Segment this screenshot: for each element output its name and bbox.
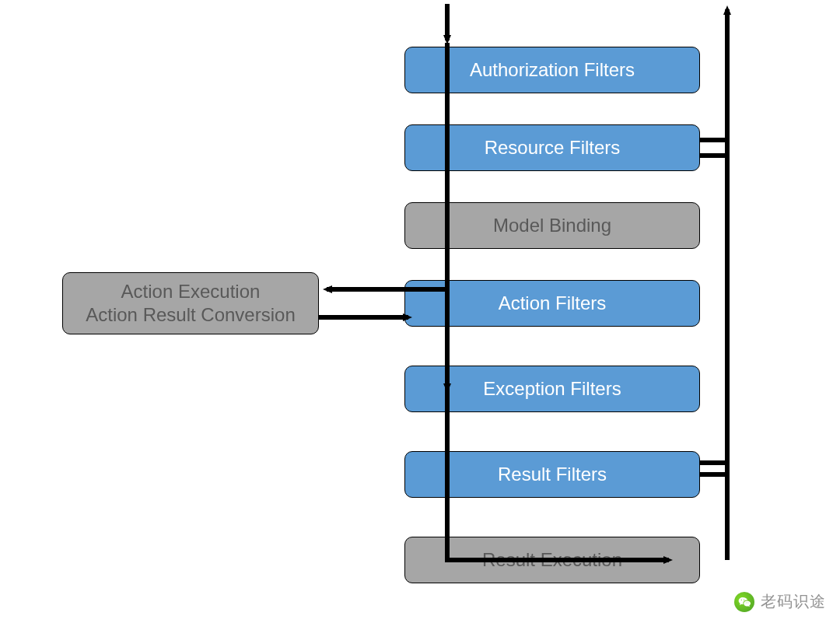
watermark-text: 老码识途 (761, 591, 826, 612)
result-execution-label: Result Execution (482, 549, 622, 571)
authorization-filters-box: Authorization Filters (404, 47, 700, 93)
action-execution-line1: Action Execution (121, 280, 261, 303)
action-filters-box: Action Filters (404, 280, 700, 327)
action-execution-box: Action Execution Action Result Conversio… (62, 272, 319, 334)
result-filters-box: Result Filters (404, 451, 700, 498)
model-binding-label: Model Binding (493, 215, 611, 236)
action-execution-line2: Action Result Conversion (86, 303, 295, 327)
wechat-icon (734, 592, 754, 612)
result-filters-label: Result Filters (498, 464, 607, 485)
watermark: 老码识途 (734, 591, 826, 612)
authorization-filters-label: Authorization Filters (470, 59, 635, 81)
result-execution-box: Result Execution (404, 537, 700, 583)
exception-filters-box: Exception Filters (404, 366, 700, 412)
model-binding-box: Model Binding (404, 202, 700, 249)
resource-filters-box: Resource Filters (404, 124, 700, 171)
resource-filters-label: Resource Filters (485, 137, 621, 159)
exception-filters-label: Exception Filters (483, 378, 621, 400)
action-filters-label: Action Filters (499, 292, 607, 314)
